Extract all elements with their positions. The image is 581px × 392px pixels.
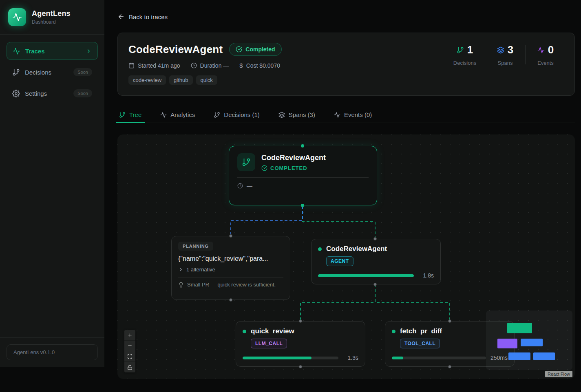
- git-branch-icon: [119, 112, 126, 118]
- tab-label: Decisions (1): [224, 111, 260, 118]
- agentlens-app: AgentLens Dashboard Traces Decisions Soo…: [0, 0, 581, 392]
- sidebar-item-label: Settings: [25, 90, 68, 97]
- cost-label: Cost $0.0070: [246, 62, 280, 69]
- node-root-agent[interactable]: CodeReviewAgent COMPLETED —: [229, 146, 377, 205]
- chevron-right-icon: [178, 267, 183, 272]
- stat-events: 0 Events: [526, 44, 565, 66]
- trace-tabs: Tree Analytics Decisions (1) Spans (3) E…: [117, 107, 575, 123]
- divider: [525, 45, 526, 64]
- tab-label: Events (0): [344, 111, 372, 118]
- back-to-traces-link[interactable]: Back to traces: [117, 13, 168, 20]
- soon-badge: Soon: [73, 89, 92, 97]
- minimap-node-quick-review: [508, 352, 530, 360]
- node-handle[interactable]: [373, 237, 377, 240]
- node-handle[interactable]: [301, 204, 304, 207]
- trace-stats: 1 Decisions 3 Spans 0 Events: [446, 44, 565, 66]
- tag: code-review: [128, 75, 166, 85]
- minus-icon: [127, 343, 133, 348]
- node-handle[interactable]: [229, 298, 232, 302]
- git-branch-icon: [12, 68, 20, 76]
- sidebar-footer: AgentLens v0.1.0: [0, 337, 104, 367]
- node-duration: —: [247, 183, 252, 189]
- stat-spans: 3 Spans: [486, 44, 524, 66]
- divider: [485, 45, 485, 64]
- span-type-badge: LLM_CALL: [251, 339, 287, 348]
- tab-label: Tree: [129, 111, 141, 118]
- minimap-node-decision: [497, 339, 517, 348]
- span-duration: 1.8s: [418, 272, 434, 279]
- status-badge: Completed: [229, 43, 281, 56]
- duration-bar: [392, 357, 486, 359]
- sidebar-item-label: Decisions: [25, 69, 68, 76]
- check-circle-icon: [236, 46, 242, 53]
- sidebar-nav: Traces Decisions Soon Settings Soon: [0, 35, 104, 113]
- duration-bar-fill: [243, 357, 311, 359]
- activity-icon: [160, 112, 167, 118]
- node-handle[interactable]: [373, 283, 377, 286]
- sidebar-item-decisions[interactable]: Decisions Soon: [7, 63, 98, 81]
- started-label: Started 41m ago: [138, 62, 180, 69]
- node-span-agent[interactable]: CodeReviewAgent AGENT 1.8s: [311, 239, 441, 284]
- duration-bar-fill: [392, 357, 403, 359]
- fit-view-button[interactable]: [124, 351, 135, 362]
- node-status: COMPLETED: [270, 165, 307, 171]
- divider: [237, 177, 369, 178]
- node-title: CodeReviewAgent: [326, 245, 387, 253]
- trace-tree-canvas[interactable]: CodeReviewAgent COMPLETED — PLANNING {"n…: [117, 134, 575, 379]
- node-title: CodeReviewAgent: [261, 154, 326, 162]
- trace-header-card: CodeReviewAgent Completed Started 41m ag…: [117, 33, 575, 96]
- cost-meta: $ Cost $0.0070: [239, 62, 280, 69]
- duration-meta: Duration —: [191, 62, 229, 69]
- brand-name: AgentLens: [32, 9, 71, 18]
- tab-label: Analytics: [170, 111, 195, 118]
- node-title: quick_review: [251, 327, 294, 335]
- react-flow-attribution[interactable]: React Flow: [545, 371, 572, 377]
- node-decision-planning[interactable]: PLANNING {"name":"quick_review","para...…: [171, 236, 290, 300]
- git-branch-icon: [457, 46, 464, 54]
- node-handle[interactable]: [448, 365, 451, 368]
- node-title: fetch_pr_diff: [400, 327, 442, 335]
- alternatives-label: 1 alternative: [186, 266, 215, 273]
- node-handle[interactable]: [299, 319, 302, 323]
- zoom-out-button[interactable]: [124, 341, 135, 351]
- status-label: Completed: [245, 46, 275, 53]
- flow-controls: [124, 330, 135, 372]
- status-dot: [318, 247, 322, 251]
- decision-rationale: Small PR — quick review is sufficient.: [187, 282, 276, 288]
- tab-spans[interactable]: Spans (3): [277, 107, 317, 123]
- flow-minimap[interactable]: [486, 311, 572, 370]
- clock-icon: [191, 62, 197, 68]
- chevron-right-icon: [86, 48, 92, 54]
- tab-analytics[interactable]: Analytics: [159, 107, 197, 123]
- tab-decisions[interactable]: Decisions (1): [212, 107, 261, 123]
- tag: quick: [196, 75, 217, 85]
- tab-events[interactable]: Events (0): [332, 107, 373, 123]
- node-handle[interactable]: [301, 144, 304, 148]
- sidebar: AgentLens Dashboard Traces Decisions Soo…: [0, 0, 104, 367]
- duration-bar: [243, 357, 338, 359]
- minimap-node-root: [507, 323, 532, 333]
- stat-label: Decisions: [446, 60, 484, 66]
- unlock-icon: [127, 365, 133, 370]
- alternatives-toggle[interactable]: 1 alternative: [178, 266, 283, 273]
- activity-icon: [12, 12, 22, 22]
- duration-label: Duration —: [200, 62, 229, 69]
- zoom-in-button[interactable]: [124, 330, 135, 341]
- sidebar-item-traces[interactable]: Traces: [7, 42, 98, 60]
- stat-value: 1: [467, 44, 473, 56]
- tag: github: [169, 75, 192, 85]
- node-handle[interactable]: [448, 319, 451, 323]
- lock-toggle-button[interactable]: [124, 362, 135, 372]
- tab-tree[interactable]: Tree: [117, 107, 143, 123]
- sidebar-header: AgentLens Dashboard: [0, 0, 104, 35]
- app-logo: [8, 8, 26, 26]
- app-version: AgentLens v0.1.0: [7, 344, 98, 360]
- node-handle[interactable]: [299, 365, 302, 368]
- plus-icon: [127, 333, 133, 338]
- gear-icon: [12, 90, 20, 97]
- node-span-quick-review[interactable]: quick_review LLM_CALL 1.3s: [236, 321, 365, 367]
- node-handle[interactable]: [229, 234, 232, 238]
- span-duration: 1.3s: [343, 355, 358, 361]
- dollar-icon: $: [239, 62, 243, 69]
- sidebar-item-settings[interactable]: Settings Soon: [7, 84, 98, 102]
